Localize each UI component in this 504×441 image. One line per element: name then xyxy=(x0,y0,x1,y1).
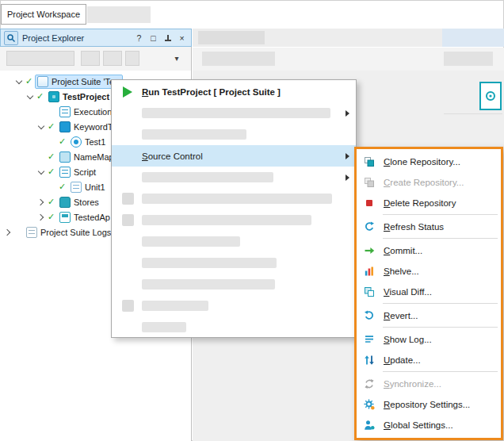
menu-item-label: Visual Diff... xyxy=(384,287,432,297)
help-button[interactable]: ? xyxy=(133,32,145,44)
placeholder-icon xyxy=(122,300,134,312)
menu-item-placeholder[interactable] xyxy=(112,295,356,316)
chevron-down-icon[interactable] xyxy=(14,77,24,86)
menu-item-placeholder[interactable] xyxy=(112,316,356,338)
submenu-arrow-icon xyxy=(346,174,349,181)
menu-item-label: Clone Repository... xyxy=(384,157,460,167)
placeholder-icon xyxy=(122,193,134,205)
script-icon xyxy=(59,167,71,178)
menu-item-placeholder[interactable] xyxy=(112,124,356,145)
show-log-icon xyxy=(363,334,375,346)
menu-item-placeholder[interactable] xyxy=(112,209,356,231)
update-icon xyxy=(363,355,375,366)
menu-separator xyxy=(383,214,498,215)
pin-button[interactable] xyxy=(162,32,174,44)
background-strip-top xyxy=(193,29,504,47)
check-icon: ✓ xyxy=(48,213,58,221)
stores-icon xyxy=(59,197,71,208)
project-icon xyxy=(48,91,59,102)
source-control-submenu: Clone Repository... Create Repository...… xyxy=(354,147,503,440)
shelve-icon xyxy=(363,266,375,278)
placeholder-bar xyxy=(142,172,273,182)
project-suite-icon xyxy=(37,76,48,87)
placeholder-bar xyxy=(142,108,330,118)
menu-item-global-settings[interactable]: Global Settings... xyxy=(357,415,501,435)
menu-item-placeholder[interactable] xyxy=(112,167,356,188)
menu-item-show-log[interactable]: Show Log... xyxy=(357,329,501,350)
menu-item-update[interactable]: Update... xyxy=(357,350,501,370)
check-icon: ✓ xyxy=(48,167,58,176)
chevron-right-icon[interactable] xyxy=(36,197,46,207)
keyword-test-icon xyxy=(71,136,82,148)
tab-placeholder[interactable] xyxy=(87,6,151,23)
menu-item-clone-repository[interactable]: Clone Repository... xyxy=(357,151,501,172)
explorer-search-icon xyxy=(4,31,18,45)
placeholder-bar xyxy=(142,301,208,311)
menu-item-delete-repository[interactable]: Delete Repository xyxy=(357,193,501,213)
refresh-status-icon xyxy=(363,221,375,233)
toolbar-dropdown-button[interactable]: ▾ xyxy=(170,51,184,66)
background-placeholder xyxy=(198,31,265,44)
tree-item-label: Unit1 xyxy=(85,182,105,192)
menu-item-placeholder[interactable] xyxy=(112,252,356,274)
synchronize-icon xyxy=(363,378,375,390)
repository-settings-icon xyxy=(363,399,375,411)
placeholder-bar xyxy=(142,236,240,247)
menu-item-refresh-status[interactable]: Refresh Status xyxy=(357,217,501,237)
background-placeholder xyxy=(442,29,504,47)
menu-item-commit[interactable]: Commit... xyxy=(357,240,501,261)
menu-item-label: Shelve... xyxy=(384,267,419,276)
chevron-down-icon[interactable] xyxy=(25,92,35,102)
menu-item-placeholder[interactable] xyxy=(112,274,356,295)
menu-item-placeholder[interactable] xyxy=(112,231,356,252)
tree-item-label: Project Suite Logs xyxy=(40,228,111,237)
chevron-right-icon[interactable] xyxy=(3,228,13,237)
menu-item-revert[interactable]: Revert... xyxy=(357,305,501,326)
tree-item-label: Script xyxy=(74,167,96,177)
toolbar-button-placeholder[interactable] xyxy=(125,51,139,66)
clone-repository-icon xyxy=(363,156,375,168)
menu-item-run-testproject[interactable]: Run TestProject [ Project Suite ] xyxy=(112,81,356,102)
explorer-toolbar: ▾ xyxy=(0,47,192,71)
toolbar-button-placeholder[interactable] xyxy=(103,51,122,66)
toolbar-button-placeholder[interactable] xyxy=(81,51,100,66)
menu-separator xyxy=(383,238,498,239)
script-unit-icon xyxy=(71,182,82,193)
project-explorer-header: Project Explorer ? □ × xyxy=(0,29,192,47)
execution-plan-icon xyxy=(59,106,71,117)
menu-item-shelve[interactable]: Shelve... xyxy=(357,261,501,282)
toolbar-field-placeholder[interactable] xyxy=(6,51,74,66)
menu-item-source-control[interactable]: Source Control xyxy=(112,145,356,167)
name-mapping-icon xyxy=(59,151,71,163)
testcomplete-logo-icon xyxy=(479,82,502,110)
delete-repository-icon xyxy=(363,197,375,209)
chevron-placeholder xyxy=(48,182,57,192)
chevron-down-icon[interactable] xyxy=(36,167,46,177)
background-placeholder xyxy=(202,52,275,66)
check-icon: ✓ xyxy=(36,92,47,101)
float-button[interactable]: □ xyxy=(147,32,159,44)
chevron-down-icon[interactable] xyxy=(36,122,46,132)
close-button[interactable]: × xyxy=(176,32,188,44)
submenu-arrow-icon xyxy=(346,110,349,117)
menu-item-repository-settings[interactable]: Repository Settings... xyxy=(357,394,501,415)
menu-item-label: Delete Repository xyxy=(384,198,456,208)
commit-icon xyxy=(363,245,375,257)
check-icon: ✓ xyxy=(59,182,69,191)
menu-item-synchronize: Synchronize... xyxy=(357,374,501,394)
tab-project-workspace[interactable]: Project Workspace xyxy=(1,4,86,25)
menu-separator xyxy=(383,371,498,372)
keyword-tests-icon xyxy=(59,121,71,132)
menu-item-placeholder[interactable] xyxy=(112,102,356,124)
chevron-right-icon[interactable] xyxy=(36,213,46,222)
menu-item-label: Refresh Status xyxy=(384,222,444,232)
chevron-placeholder xyxy=(36,152,46,162)
menu-item-placeholder[interactable] xyxy=(112,188,356,209)
chevron-placeholder xyxy=(48,137,57,147)
tree-selection: Project Suite 'Tes xyxy=(36,75,122,88)
menu-item-label: Revert... xyxy=(384,311,418,320)
placeholder-bar xyxy=(142,194,332,204)
placeholder-icon xyxy=(122,214,134,226)
check-icon: ✓ xyxy=(48,152,58,161)
menu-item-visual-diff[interactable]: Visual Diff... xyxy=(357,282,501,302)
